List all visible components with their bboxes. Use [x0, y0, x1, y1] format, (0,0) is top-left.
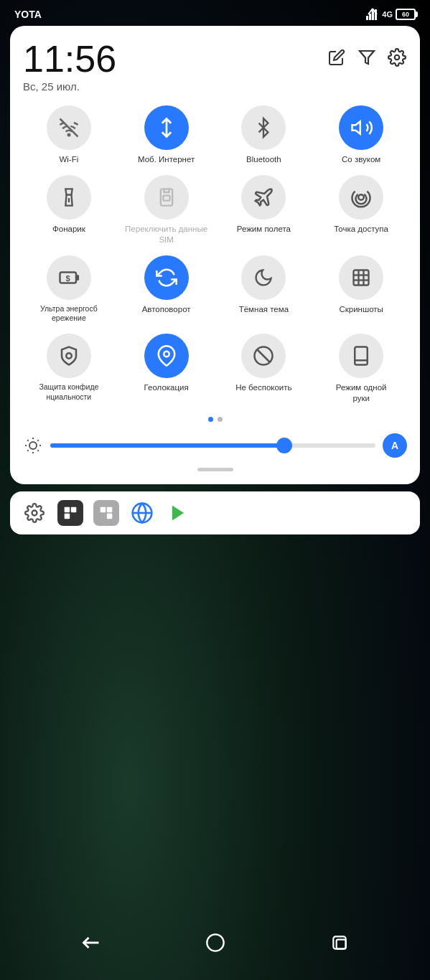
- svg-rect-42: [71, 507, 77, 513]
- home-button[interactable]: [200, 927, 231, 958]
- page-dot-1: [208, 417, 213, 422]
- svg-rect-29: [355, 347, 368, 365]
- qs-dnd[interactable]: Не беспокоить: [218, 334, 310, 404]
- qs-wifi[interactable]: Wi-Fi: [23, 105, 115, 165]
- recent-button[interactable]: [324, 927, 355, 958]
- filter-icon[interactable]: [357, 47, 377, 67]
- qs-screenshot-circle: [339, 255, 383, 300]
- qs-dark-theme[interactable]: Тёмная тема: [218, 255, 310, 324]
- qs-privacy-circle: [47, 334, 91, 378]
- qs-hotspot-circle: [339, 175, 383, 220]
- battery-level: 60: [402, 11, 409, 18]
- brightness-slider[interactable]: [50, 443, 375, 448]
- svg-point-31: [29, 442, 37, 449]
- qs-one-hand[interactable]: Режим однойруки: [315, 334, 407, 404]
- qs-dark-theme-circle: [241, 255, 286, 300]
- qs-airplane-label: Режим полета: [237, 224, 291, 235]
- qs-autorotate-circle: [144, 255, 189, 300]
- svg-line-39: [37, 440, 38, 440]
- page-dots: [23, 417, 407, 422]
- svg-rect-6: [375, 9, 377, 20]
- network-type: 4G: [382, 10, 393, 19]
- svg-rect-43: [65, 514, 70, 519]
- slider-thumb: [276, 438, 292, 453]
- svg-rect-53: [336, 940, 345, 949]
- qs-sim-switch[interactable]: Переключить данные SIM: [121, 175, 212, 245]
- time-display: 11:56: [23, 40, 116, 77]
- qs-privacy-label: Защита конфиденциальности: [39, 382, 98, 402]
- panel-header: 11:56: [23, 40, 407, 77]
- qs-location-label: Геолокация: [144, 382, 189, 393]
- date-display: Вс, 25 июл.: [23, 80, 407, 93]
- play-store-icon[interactable]: [165, 500, 191, 526]
- qs-flashlight-label: Фонарик: [52, 224, 85, 235]
- header-icons: [327, 47, 407, 67]
- browser-icon[interactable]: [129, 500, 155, 526]
- app2-icon[interactable]: [57, 500, 83, 526]
- qs-location-circle: [144, 334, 189, 378]
- svg-text:$: $: [65, 274, 70, 283]
- qs-sound[interactable]: Со звуком: [315, 105, 407, 165]
- slider-fill: [50, 443, 284, 448]
- qs-dnd-circle: [241, 334, 286, 378]
- svg-rect-3: [366, 16, 368, 20]
- svg-rect-15: [163, 196, 169, 201]
- auto-brightness-button[interactable]: A: [383, 433, 407, 458]
- qs-hotspot-label: Точка доступа: [334, 224, 388, 235]
- svg-point-40: [32, 510, 37, 515]
- qs-mobile-data-label: Моб. Интернет: [138, 154, 195, 165]
- svg-line-28: [258, 349, 271, 362]
- svg-point-51: [207, 934, 223, 951]
- qs-flashlight[interactable]: Фонарик: [23, 175, 115, 245]
- qs-one-hand-label: Режим однойруки: [336, 382, 387, 404]
- svg-rect-41: [65, 507, 70, 513]
- settings-app-icon[interactable]: [22, 500, 47, 526]
- qs-autorotate[interactable]: Автоповорот: [121, 255, 212, 324]
- brightness-icon: [23, 435, 43, 456]
- qs-privacy[interactable]: Защита конфиденциальности: [23, 334, 115, 404]
- svg-point-8: [395, 55, 400, 60]
- qs-location[interactable]: Геолокация: [121, 334, 212, 404]
- qs-hotspot[interactable]: Точка доступа: [315, 175, 407, 245]
- qs-sound-label: Со звуком: [342, 154, 380, 165]
- svg-marker-12: [352, 121, 360, 134]
- svg-point-16: [358, 194, 364, 200]
- qs-airplane[interactable]: Режим полета: [218, 175, 310, 245]
- qs-battery-saver[interactable]: $ Ультра энергосбережение: [23, 255, 115, 324]
- app-dock: [10, 491, 420, 534]
- svg-rect-45: [107, 507, 113, 513]
- qs-airplane-circle: [241, 175, 286, 220]
- edit-icon[interactable]: [327, 47, 347, 67]
- qs-autorotate-label: Автоповорот: [142, 304, 191, 315]
- qs-screenshot-label: Скриншоты: [339, 304, 383, 315]
- qs-flashlight-circle: [47, 175, 91, 220]
- signal-icon: [366, 9, 379, 20]
- svg-rect-5: [372, 11, 374, 20]
- status-bar: YOTA 4G 60: [0, 0, 430, 26]
- qs-bluetooth[interactable]: Bluetooth: [218, 105, 310, 165]
- svg-rect-4: [369, 14, 371, 20]
- qs-one-hand-circle: [339, 334, 383, 378]
- svg-marker-49: [172, 505, 184, 520]
- svg-marker-7: [360, 51, 374, 64]
- nav-bar: [0, 920, 430, 966]
- svg-point-25: [66, 353, 72, 359]
- qs-battery-saver-circle: $: [47, 255, 91, 300]
- gear-icon[interactable]: [387, 47, 407, 67]
- status-icons: 4G 60: [366, 9, 416, 20]
- qs-wifi-circle: [47, 105, 91, 150]
- slider-track: [50, 443, 375, 448]
- svg-rect-52: [333, 936, 345, 948]
- qs-screenshot[interactable]: Скриншоты: [315, 255, 407, 324]
- battery-icon: 60: [396, 9, 416, 20]
- qs-dark-theme-label: Тёмная тема: [239, 304, 289, 315]
- qs-mobile-data[interactable]: Моб. Интернет: [121, 105, 212, 165]
- qs-mobile-data-circle: [144, 105, 189, 150]
- svg-rect-46: [107, 514, 113, 519]
- svg-line-38: [27, 450, 28, 451]
- app3-icon[interactable]: [93, 500, 119, 526]
- qs-wifi-label: Wi-Fi: [59, 154, 78, 165]
- back-button[interactable]: [75, 927, 107, 958]
- qs-battery-saver-label: Ультра энергосбережение: [40, 304, 98, 324]
- svg-point-26: [164, 352, 169, 357]
